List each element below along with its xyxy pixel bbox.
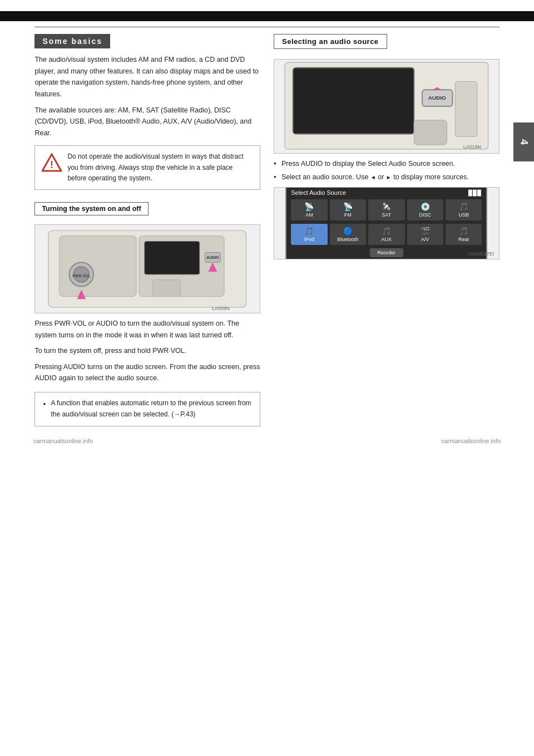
bullet-item-1: Press AUDIO to display the Select Audio …: [274, 158, 500, 169]
disc-label: DISC: [419, 212, 431, 218]
ipod-icon: 🎵: [304, 227, 314, 235]
left-column: Some basics The audio/visual system incl…: [34, 34, 260, 426]
top-bar: [0, 11, 534, 21]
bullet-item-2: Select an audio source. Use ◄ or ► to di…: [274, 171, 500, 183]
footer: carmanualsonline.info carmanualsonline.i…: [0, 438, 534, 444]
svg-text:LA019N: LA019N: [463, 144, 481, 150]
arrow-right-icon: ►: [386, 174, 392, 180]
ipod-label: iPod: [304, 237, 314, 242]
footer-right: carmanualsonline.info: [441, 438, 501, 444]
am-label: AM: [305, 212, 313, 218]
selecting-audio-source-header: Selecting an audio source: [274, 34, 387, 49]
av-label: A/V: [421, 237, 429, 242]
am-icon: 📡: [304, 202, 314, 211]
svg-rect-20: [455, 82, 477, 137]
car-console-svg-right: AUDIO LA019N: [274, 60, 499, 153]
audio-source-screen-diagram: Select Audio Source ▉▉▉ 📡 AM 📡 FM: [274, 187, 500, 259]
intro-text-1: The audio/visual system includes AM and …: [34, 54, 260, 100]
diagram-caption-bottom: US4002TEI: [468, 251, 495, 257]
bluetooth-label: Bluetooth: [337, 237, 358, 242]
page-container: Some basics The audio/visual system incl…: [0, 0, 534, 756]
svg-text:LA059N: LA059N: [212, 306, 230, 311]
car-console-diagram-left: PWR·VOL AUDIO LA059N: [34, 224, 260, 313]
audio-source-rear[interactable]: 🎵 Rear: [446, 224, 482, 245]
audio-source-bluetooth[interactable]: 🔵 Bluetooth: [330, 224, 366, 245]
av-icon: 🎬: [421, 227, 430, 235]
audio-source-title: Select Audio Source ▉▉▉: [291, 189, 482, 196]
rear-icon: 🎵: [459, 227, 468, 235]
audio-source-disc[interactable]: 💿 DISC: [407, 199, 443, 220]
aux-icon: 🎵: [382, 227, 391, 235]
reorder-button[interactable]: Reorder: [370, 248, 403, 257]
on-off-text-2: To turn the system off, press and hold P…: [34, 345, 260, 357]
svg-text:PWR·VOL: PWR·VOL: [73, 274, 91, 278]
audio-source-sat[interactable]: 🛰 SAT: [368, 199, 404, 220]
svg-text:!: !: [50, 159, 53, 170]
main-content: Some basics The audio/visual system incl…: [34, 34, 499, 426]
svg-rect-3: [60, 236, 136, 297]
arrow-left-icon: ◄: [370, 174, 376, 180]
aux-label: AUX: [382, 237, 392, 242]
right-column: Selecting an audio source AUDIO: [274, 34, 500, 426]
bluetooth-icon: 🔵: [343, 227, 353, 235]
section-divider: [34, 27, 499, 27]
svg-text:AUDIO: AUDIO: [428, 95, 446, 101]
on-off-text-3: Pressing AUDIO turns on the audio screen…: [34, 361, 260, 384]
disc-icon: 💿: [421, 202, 430, 211]
some-basics-header: Some basics: [34, 34, 110, 48]
intro-text-2: The available sources are: AM, FM, SAT (…: [34, 105, 260, 139]
warning-box: ! Do not operate the audio/visual system…: [34, 145, 260, 190]
audio-source-grid-row1: 📡 AM 📡 FM 🛰 SAT 💿 DI: [291, 199, 482, 220]
svg-text:AUDIO: AUDIO: [207, 256, 220, 259]
car-console-svg-left: PWR·VOL AUDIO LA059N: [35, 225, 260, 313]
warning-text: Do not operate the audio/visual system i…: [67, 151, 253, 184]
rear-label: Rear: [458, 237, 469, 242]
warning-triangle-icon: !: [42, 153, 62, 173]
info-note-box: A function that enables automatic return…: [34, 392, 260, 426]
audio-source-am[interactable]: 📡 AM: [291, 199, 327, 220]
usb-icon: 🎵: [459, 202, 468, 211]
svg-rect-21: [414, 120, 447, 145]
audio-source-grid-row2: 🎵 iPod 🔵 Bluetooth 🎵 AUX 🎬: [291, 224, 482, 245]
audio-source-title-text: Select Audio Source: [291, 189, 346, 196]
audio-source-aux[interactable]: 🎵 AUX: [368, 224, 404, 245]
svg-rect-16: [293, 68, 414, 134]
audio-source-usb[interactable]: 🎵 USB: [446, 199, 482, 220]
audio-source-ipod[interactable]: 🎵 iPod: [291, 224, 327, 245]
usb-label: USB: [458, 212, 469, 218]
sat-label: SAT: [382, 212, 391, 218]
turning-on-off-header: Turning the system on and off: [34, 202, 148, 215]
sat-icon: 🛰: [383, 202, 390, 211]
svg-rect-13: [153, 280, 180, 297]
footer-left: carmanualsonline.info: [33, 438, 93, 444]
page-number: 4: [513, 122, 534, 161]
on-off-text-1: Press PWR·VOL or AUDIO to turn the audio…: [34, 318, 260, 341]
signal-icons: ▉▉▉: [468, 190, 482, 196]
fm-icon: 📡: [343, 202, 353, 211]
fm-label: FM: [344, 212, 352, 218]
audio-source-fm[interactable]: 📡 FM: [330, 199, 366, 220]
car-console-diagram-right: AUDIO LA019N: [274, 59, 500, 154]
info-note-text: A function that enables automatic return…: [43, 398, 252, 420]
right-bullet-list: Press AUDIO to display the Select Audio …: [274, 158, 500, 183]
audio-source-av[interactable]: 🎬 A/V: [407, 224, 443, 245]
svg-rect-9: [145, 242, 200, 274]
audio-source-screen: Select Audio Source ▉▉▉ 📡 AM 📡 FM: [285, 187, 487, 259]
